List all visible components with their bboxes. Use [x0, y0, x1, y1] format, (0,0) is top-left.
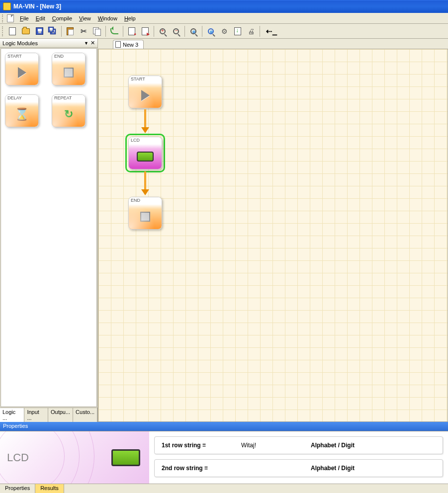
- find-button[interactable]: [205, 25, 217, 37]
- cut-button[interactable]: ✂: [78, 25, 90, 37]
- properties-preview: LCD: [0, 431, 149, 484]
- save-button[interactable]: [33, 25, 45, 37]
- lcd-icon: [137, 152, 154, 162]
- editor: New 3 START LCD END: [98, 39, 448, 422]
- menubar: FFileile Edit Compile View Window Help: [0, 13, 448, 24]
- module-end[interactable]: END: [52, 53, 86, 85]
- prop-row-2[interactable]: 2nd row string = Alphabet / Digit: [154, 459, 443, 477]
- logic-modules-panel: Logic Modules ▼ ✕ START END DELAY ⌛ REPE…: [0, 39, 98, 422]
- arrow-head-icon: [141, 127, 149, 133]
- compile-button[interactable]: ⚙: [218, 25, 230, 37]
- download-button[interactable]: ↓: [232, 25, 244, 37]
- play-icon: [18, 67, 26, 78]
- prop-value[interactable]: Witaj!: [241, 442, 311, 449]
- properties-header: Properties: [0, 422, 448, 431]
- palette-tabs: Logic ... Input ... Outpu... Custo...: [0, 408, 97, 422]
- toolbar-handle[interactable]: [2, 26, 5, 36]
- prop-label: 2nd row string =: [162, 465, 241, 472]
- tab-input[interactable]: Input ...: [24, 408, 48, 422]
- close-icon[interactable]: ✕: [90, 40, 95, 46]
- copy-button[interactable]: [91, 25, 103, 37]
- document-tabs: New 3: [98, 39, 448, 49]
- toolbar: ✂ ● ▶ ⚙ ↓ 🖨 ⇠⎯: [0, 24, 448, 39]
- canvas[interactable]: START LCD END: [98, 49, 448, 422]
- module-repeat[interactable]: REPEAT ↻: [52, 94, 86, 127]
- lcd-icon: [111, 449, 140, 466]
- open-button[interactable]: [20, 25, 32, 37]
- tab-logic[interactable]: Logic ...: [0, 408, 24, 422]
- paste-button[interactable]: [64, 25, 76, 37]
- arrow: [144, 109, 146, 128]
- document-icon: [7, 14, 14, 22]
- tab-output[interactable]: Outpu...: [48, 408, 73, 422]
- properties-panel: Properties LCD 1st row string = Witaj! A…: [0, 422, 448, 484]
- tab-custom[interactable]: Custo...: [73, 408, 97, 422]
- panel-header: Logic Modules ▼ ✕: [0, 39, 97, 48]
- prop-label: 1st row string =: [162, 442, 241, 449]
- arrow-head-icon: [141, 189, 149, 195]
- zoom-in-button[interactable]: [157, 25, 169, 37]
- node-lcd[interactable]: LCD: [128, 137, 162, 169]
- titlebar: MA-VIN - [New 3]: [0, 0, 448, 13]
- prop-row-1[interactable]: 1st row string = Witaj! Alphabet / Digit: [154, 436, 443, 454]
- prop-kind[interactable]: Alphabet / Digit: [311, 442, 355, 449]
- node-end[interactable]: END: [128, 197, 162, 230]
- panel-title: Logic Modules: [2, 40, 38, 46]
- play-icon: [141, 90, 150, 101]
- app-icon: [3, 2, 11, 10]
- doc-tab-new3[interactable]: New 3: [113, 40, 144, 49]
- node-start[interactable]: START: [128, 76, 162, 108]
- menu-compile[interactable]: Compile: [49, 14, 75, 22]
- save-all-button[interactable]: [47, 25, 59, 37]
- usb-button[interactable]: ⇠⎯: [263, 25, 280, 37]
- module-delay[interactable]: DELAY ⌛: [5, 94, 39, 127]
- tab-results[interactable]: Results: [35, 484, 64, 493]
- new-button[interactable]: [6, 25, 18, 37]
- zoom-out-button[interactable]: [170, 25, 182, 37]
- window-title: MA-VIN - [New 3]: [13, 3, 61, 10]
- zoom-fit-button[interactable]: [187, 25, 199, 37]
- page1-button[interactable]: ●: [126, 25, 138, 37]
- menu-window[interactable]: Window: [95, 14, 120, 22]
- menu-edit[interactable]: Edit: [33, 14, 48, 22]
- document-icon: [115, 41, 121, 48]
- undo-button[interactable]: [108, 25, 120, 37]
- module-start[interactable]: START: [5, 53, 39, 85]
- menu-help[interactable]: Help: [121, 14, 139, 22]
- module-palette: START END DELAY ⌛ REPEAT ↻: [0, 48, 97, 407]
- menu-file[interactable]: FFileile: [17, 14, 32, 22]
- properties-title: LCD: [7, 451, 29, 464]
- menubar-handle[interactable]: [2, 14, 5, 22]
- bottom-tabs: Properties Results: [0, 484, 448, 493]
- tab-properties[interactable]: Properties: [0, 484, 35, 493]
- print-button[interactable]: 🖨: [245, 25, 257, 37]
- page2-button[interactable]: ▶: [139, 25, 151, 37]
- arrow: [144, 171, 146, 190]
- menu-view[interactable]: View: [76, 14, 94, 22]
- pin-icon[interactable]: ▼: [84, 41, 89, 46]
- prop-kind[interactable]: Alphabet / Digit: [311, 465, 355, 472]
